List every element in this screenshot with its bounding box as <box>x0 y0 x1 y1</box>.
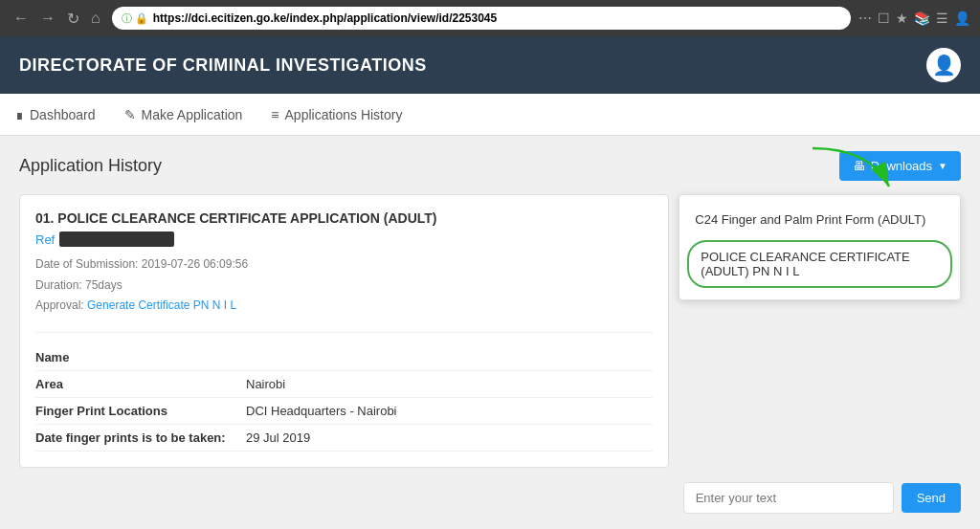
application-details: Name Area Nairobi Finger Print Locations… <box>35 332 653 452</box>
forward-button[interactable]: → <box>36 8 59 29</box>
ref-value <box>59 231 174 247</box>
bookmark-icon[interactable]: ☐ <box>878 11 890 26</box>
back-button[interactable]: ← <box>10 8 33 29</box>
detail-value-area: Nairobi <box>246 377 285 391</box>
downloads-dropdown: C24 Finger and Palm Print Form (ADULT) P… <box>679 194 961 300</box>
detail-label-fingerprint-locations: Finger Print Locations <box>35 404 246 418</box>
duration: Duration: 75days <box>35 276 653 297</box>
nav-label-applications-history: Applications History <box>285 107 403 122</box>
downloads-button[interactable]: 🖶 Downloads ▼ <box>839 151 961 181</box>
chat-area: Send <box>683 482 961 514</box>
dropdown-item-c24[interactable]: C24 Finger and Palm Print Form (ADULT) <box>679 203 960 236</box>
reader-mode-icon[interactable]: ☰ <box>936 11 948 26</box>
address-bar[interactable]: ⓘ 🔒 https://dci.ecitizen.go.ke/index.php… <box>112 7 851 30</box>
caret-down-icon: ▼ <box>938 161 947 171</box>
detail-label-area: Area <box>35 377 246 391</box>
content-row: 01. POLICE CLEARANCE CERTIFICATE APPLICA… <box>19 194 961 468</box>
refresh-button[interactable]: ↻ <box>63 8 83 30</box>
dashboard-icon: ∎ <box>15 107 24 122</box>
more-options-icon[interactable]: ⋯ <box>858 11 872 26</box>
generate-cert-link[interactable]: Generate Certificate PN N I L <box>87 298 236 312</box>
pencil-icon: ✎ <box>124 107 136 122</box>
extensions-icon[interactable]: 📚 <box>914 11 930 26</box>
nav-item-applications-history[interactable]: ≡ Applications History <box>271 103 402 126</box>
approval: Approval: Generate Certificate PN N I L <box>35 296 653 317</box>
home-button[interactable]: ⌂ <box>87 8 104 29</box>
application-ref: Ref <box>35 231 653 247</box>
nav-bar: ∎ Dashboard ✎ Make Application ≡ Applica… <box>0 94 980 136</box>
user-avatar[interactable]: 👤 <box>926 48 961 82</box>
detail-row-fingerprint-locations: Finger Print Locations DCI Headquarters … <box>35 398 653 425</box>
list-icon: ≡ <box>271 107 278 122</box>
app-title: DIRECTORATE OF CRIMINAL INVESTIGATIONS <box>19 55 427 76</box>
nav-item-dashboard[interactable]: ∎ Dashboard <box>15 103 96 126</box>
application-card: 01. POLICE CLEARANCE CERTIFICATE APPLICA… <box>19 194 669 468</box>
c24-label: C24 Finger and Palm Print Form (ADULT) <box>695 212 925 227</box>
nav-item-make-application[interactable]: ✎ Make Application <box>124 103 243 126</box>
browser-nav-buttons: ← → ↻ ⌂ <box>10 8 104 30</box>
detail-value-fingerprint-locations: DCI Headquarters - Nairobi <box>246 404 397 418</box>
profile-icon[interactable]: 👤 <box>954 11 970 26</box>
detail-label-fingerprint-date: Date finger prints is to be taken: <box>35 430 246 445</box>
main-content: Application History 🖶 Downloads ▼ 01. PO… <box>0 136 980 529</box>
star-icon[interactable]: ★ <box>896 11 908 26</box>
chat-input[interactable] <box>683 482 894 514</box>
application-meta: Date of Submission: 2019-07-26 06:09:56 … <box>35 254 653 317</box>
pcc-label: POLICE CLEARANCE CERTIFICATE (ADULT) PN … <box>701 250 909 278</box>
printer-icon: 🖶 <box>853 159 865 173</box>
submission-date: Date of Submission: 2019-07-26 06:09:56 <box>35 254 653 276</box>
ref-label: Ref <box>35 232 55 247</box>
lock-icon: ⓘ 🔒 <box>122 11 148 26</box>
app-header: DIRECTORATE OF CRIMINAL INVESTIGATIONS 👤 <box>0 36 980 94</box>
nav-label-dashboard: Dashboard <box>30 107 96 122</box>
send-button[interactable]: Send <box>902 483 961 513</box>
page-title: Application History <box>19 156 162 176</box>
application-title: 01. POLICE CLEARANCE CERTIFICATE APPLICA… <box>35 210 653 226</box>
dropdown-item-pcc[interactable]: POLICE CLEARANCE CERTIFICATE (ADULT) PN … <box>687 240 952 288</box>
detail-label-name: Name <box>35 350 246 364</box>
browser-chrome: ← → ↻ ⌂ ⓘ 🔒 https://dci.ecitizen.go.ke/i… <box>0 0 980 36</box>
nav-label-make-application: Make Application <box>142 107 243 122</box>
detail-value-fingerprint-date: 29 Jul 2019 <box>246 430 310 445</box>
url-text: https://dci.ecitizen.go.ke/index.php/app… <box>153 11 497 25</box>
detail-row-name: Name <box>35 344 653 371</box>
downloads-label: Downloads <box>871 159 932 173</box>
page-header: Application History 🖶 Downloads ▼ <box>19 151 961 181</box>
browser-actions: ⋯ ☐ ★ 📚 ☰ 👤 <box>858 11 970 26</box>
detail-row-area: Area Nairobi <box>35 371 653 398</box>
detail-row-fingerprint-date: Date finger prints is to be taken: 29 Ju… <box>35 425 653 452</box>
